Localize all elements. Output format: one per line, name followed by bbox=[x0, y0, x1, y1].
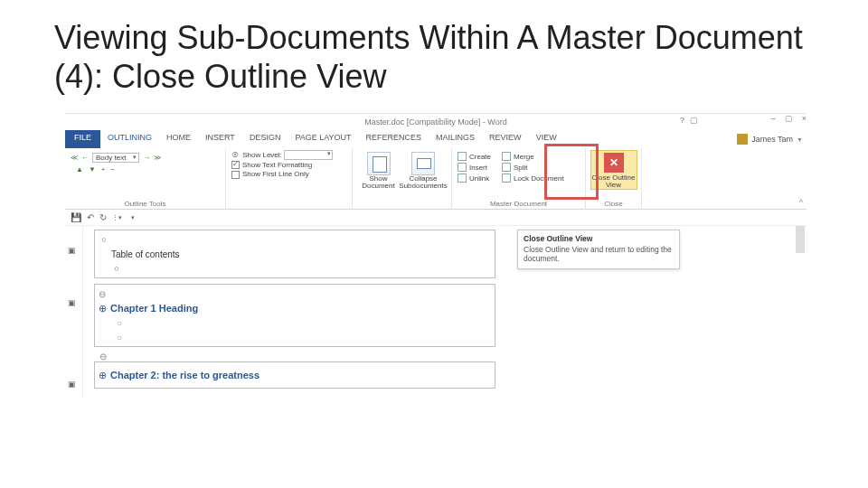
customize-qat-icon[interactable]: ⋮▾ bbox=[112, 214, 122, 221]
subdocument-marker-icon[interactable]: ▣ bbox=[68, 246, 76, 255]
move-down-icon[interactable]: ▼ bbox=[89, 165, 96, 174]
outline-gutter: ▣ ▣ ▣ bbox=[65, 226, 83, 398]
subdocument-box[interactable]: ○ Table of contents ○ bbox=[94, 230, 495, 278]
user-account[interactable]: James Tam ▼ bbox=[737, 130, 807, 148]
tab-review[interactable]: REVIEW bbox=[482, 130, 529, 148]
show-first-line-checkbox[interactable]: Show First Line Only bbox=[231, 170, 346, 178]
promote-to-heading1-icon[interactable]: ≪ bbox=[71, 154, 78, 162]
tooltip-title: Close Outline View bbox=[524, 234, 674, 243]
collapse-icon[interactable]: − bbox=[111, 165, 116, 174]
collapse-toggle-icon[interactable]: ⊖ bbox=[99, 289, 106, 299]
checkbox-icon bbox=[231, 161, 240, 169]
redo-icon[interactable]: ↻ bbox=[99, 212, 107, 222]
titlebar: Master.doc [Compatibility Mode] - Word ?… bbox=[65, 114, 807, 130]
show-document-icon bbox=[367, 152, 391, 175]
body-bullet-icon: ○ bbox=[117, 333, 122, 343]
group-show: ⦿ Show Level: Show Text Formatting Show … bbox=[226, 148, 353, 210]
expand-toggle-icon[interactable]: ⊕ bbox=[99, 370, 107, 381]
unlink-icon bbox=[458, 174, 467, 183]
subdocument-box[interactable]: ⊕ Chapter 2: the rise to greatness bbox=[94, 361, 495, 389]
collapse-ribbon-button[interactable]: ^ bbox=[799, 198, 803, 207]
avatar-icon bbox=[737, 134, 748, 145]
body-bullet-icon: ○ bbox=[99, 235, 109, 244]
qat-overflow-icon[interactable]: ▾ bbox=[131, 214, 135, 221]
close-window-button[interactable]: × bbox=[802, 114, 807, 123]
group-label-master-document: Master Document bbox=[458, 200, 580, 210]
group-label-outline-tools: Outline Tools bbox=[71, 200, 220, 210]
expand-icon[interactable]: + bbox=[101, 165, 106, 174]
ribbon-display-options-icon[interactable]: ▢ bbox=[690, 116, 698, 125]
insert-button[interactable]: Insert bbox=[458, 163, 491, 172]
unlink-button[interactable]: Unlink bbox=[458, 174, 491, 183]
help-icon[interactable]: ? bbox=[680, 116, 684, 125]
group-outline-tools: ≪ ← Body text → ≫ ▲ ▼ + − Outline Tools bbox=[65, 148, 226, 210]
show-document-button[interactable]: Show Document bbox=[358, 150, 399, 190]
tab-outlining[interactable]: OUTLINING bbox=[100, 130, 159, 148]
tab-design[interactable]: DESIGN bbox=[242, 130, 288, 148]
tooltip-body: Close Outline View and return to editing… bbox=[524, 245, 674, 263]
user-dropdown-icon: ▼ bbox=[797, 136, 803, 143]
annotation-highlight bbox=[544, 144, 599, 200]
close-icon: ✕ bbox=[604, 153, 624, 173]
outline-level-combo[interactable]: Body text bbox=[92, 153, 139, 163]
expand-toggle-icon[interactable]: ⊕ bbox=[99, 303, 107, 314]
outline-body[interactable]: ○ ○ Table of contents ○ ⊖ bbox=[83, 226, 807, 398]
minimize-button[interactable]: – bbox=[771, 114, 776, 123]
window-title: Master.doc [Compatibility Mode] - Word bbox=[364, 117, 506, 127]
collapse-toggle-icon[interactable]: ⊖ bbox=[99, 352, 107, 361]
insert-icon bbox=[458, 163, 467, 172]
ribbon: ≪ ← Body text → ≫ ▲ ▼ + − Outline Tools bbox=[65, 148, 807, 210]
document-area: ▣ ▣ ▣ ○ ○ Table of contents bbox=[65, 226, 807, 398]
save-icon[interactable]: 💾 bbox=[71, 212, 81, 222]
show-level-label: Show Level: bbox=[242, 151, 282, 159]
tab-references[interactable]: REFERENCES bbox=[359, 130, 429, 148]
subdocument-marker-icon[interactable]: ▣ bbox=[68, 298, 76, 307]
tab-home[interactable]: HOME bbox=[159, 130, 198, 148]
move-up-icon[interactable]: ▲ bbox=[76, 165, 83, 174]
scrollbar-thumb[interactable] bbox=[796, 226, 805, 253]
window-controls: – ▢ × bbox=[771, 114, 807, 123]
tooltip-close-outline-view: Close Outline View Close Outline View an… bbox=[517, 230, 680, 269]
slide-title: Viewing Sub-Documents Within A Master Do… bbox=[0, 0, 868, 96]
subdocument-marker-icon[interactable]: ▣ bbox=[68, 380, 76, 389]
user-name: James Tam bbox=[751, 135, 793, 144]
ribbon-tabs: FILE OUTLINING HOME INSERT DESIGN PAGE L… bbox=[65, 130, 807, 148]
heading-text: Chapter 1 Heading bbox=[110, 303, 198, 314]
word-window: Master.doc [Compatibility Mode] - Word ?… bbox=[65, 113, 807, 398]
collapse-subdocuments-icon bbox=[411, 152, 435, 175]
quick-access-toolbar: 💾 ↶ ↻ ⋮▾ ▾ bbox=[65, 210, 807, 226]
group-master-doc-big: Show Document Collapse Subdocuments bbox=[353, 148, 452, 210]
heading-text: Chapter 2: the rise to greatness bbox=[110, 370, 259, 380]
lock-icon bbox=[502, 174, 511, 183]
create-icon bbox=[458, 152, 467, 161]
group-label-close: Close bbox=[604, 200, 622, 210]
split-icon bbox=[502, 163, 511, 172]
body-bullet-icon: ○ bbox=[111, 264, 122, 273]
promote-icon[interactable]: ← bbox=[81, 154, 89, 162]
demote-to-body-icon[interactable]: ≫ bbox=[154, 154, 161, 162]
body-bullet-icon: ○ bbox=[117, 318, 122, 328]
tab-file[interactable]: FILE bbox=[65, 130, 100, 148]
show-text-formatting-checkbox[interactable]: Show Text Formatting bbox=[231, 161, 346, 169]
merge-icon bbox=[502, 152, 511, 161]
checkbox-icon bbox=[231, 171, 240, 179]
maximize-button[interactable]: ▢ bbox=[785, 114, 793, 123]
tab-insert[interactable]: INSERT bbox=[198, 130, 242, 148]
tab-mailings[interactable]: MAILINGS bbox=[429, 130, 482, 148]
subdocument-box[interactable]: ⊖ ⊕ Chapter 1 Heading ○ ○ bbox=[94, 284, 495, 347]
create-button[interactable]: Create bbox=[458, 152, 491, 161]
demote-icon[interactable]: → bbox=[143, 154, 150, 162]
show-level-row[interactable]: ⦿ Show Level: bbox=[231, 150, 346, 160]
toc-heading: Table of contents bbox=[111, 249, 180, 259]
tab-pagelayout[interactable]: PAGE LAYOUT bbox=[288, 130, 358, 148]
collapse-subdocuments-button[interactable]: Collapse Subdocuments bbox=[401, 150, 446, 190]
show-level-combo[interactable] bbox=[284, 150, 333, 160]
undo-icon[interactable]: ↶ bbox=[87, 212, 94, 222]
